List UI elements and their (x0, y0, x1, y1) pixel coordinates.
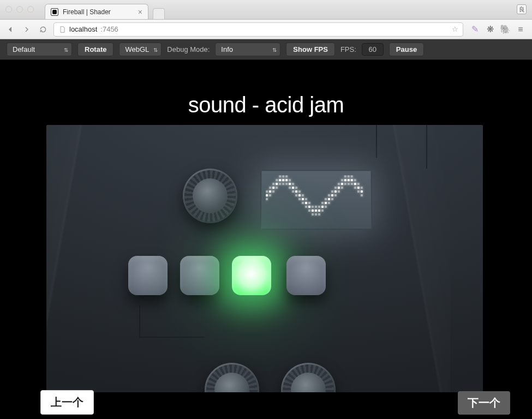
extension-icons: ✎ ❋ 🐘 ≡ (468, 25, 528, 34)
extension-atom-icon[interactable]: ❋ (485, 25, 495, 34)
drum-pad[interactable] (286, 256, 326, 295)
knob-control[interactable] (183, 169, 237, 223)
renderer-select-value: WebGL (125, 45, 149, 53)
debug-mode-label: Debug Mode: (167, 45, 210, 53)
preview-canvas: sound - acid jam 上一个 下一个 (0, 60, 532, 419)
debug-level-value: Info (221, 45, 233, 53)
file-icon (58, 25, 66, 34)
url-host: localhost (69, 25, 97, 33)
pause-button[interactable]: Pause (389, 43, 424, 56)
knob-control[interactable] (205, 363, 259, 392)
bookmark-star-icon[interactable]: ☆ (452, 25, 458, 33)
close-tab-icon[interactable]: × (138, 8, 142, 16)
tab-title: Fireball | Shader (63, 8, 111, 16)
wire-line (139, 305, 140, 338)
rotate-button[interactable]: Rotate (77, 43, 113, 56)
browser-tab[interactable]: Fireball | Shader × (45, 4, 148, 19)
dev-toolbar-wrap: Default ⇅ Rotate WebGL ⇅ Debug Mode: Inf… (0, 39, 532, 419)
arrow-left-icon (6, 25, 15, 34)
wire-line (139, 337, 205, 338)
new-tab-button[interactable] (153, 8, 165, 19)
dev-toolbar: Default ⇅ Rotate WebGL ⇅ Debug Mode: Inf… (0, 39, 532, 60)
fps-input[interactable] (362, 43, 384, 56)
forward-button[interactable] (21, 23, 33, 35)
reload-button[interactable] (37, 23, 49, 35)
url-port: :7456 (100, 25, 118, 33)
back-button[interactable] (4, 23, 16, 35)
rendered-scene (46, 125, 483, 392)
chevron-updown-icon: ⇅ (153, 46, 158, 52)
window-corner: 良 (511, 0, 532, 19)
extension-evernote-icon[interactable]: 🐘 (500, 25, 510, 34)
arrow-right-icon (22, 25, 31, 34)
debug-level-select[interactable]: Info ⇅ (215, 43, 280, 56)
renderer-select[interactable]: WebGL ⇅ (119, 43, 162, 56)
wire-line (376, 125, 377, 158)
prev-scene-button[interactable]: 上一个 (40, 390, 94, 415)
fps-label: FPS: (340, 45, 356, 53)
favicon-icon (51, 8, 58, 16)
zoom-window-dot[interactable] (27, 6, 34, 13)
waveform-display (260, 170, 373, 230)
scene-title: sound - acid jam (0, 93, 532, 117)
scene-select-value: Default (13, 45, 35, 53)
close-window-dot[interactable] (5, 6, 12, 13)
reload-icon (39, 25, 47, 34)
minimize-window-dot[interactable] (16, 6, 23, 13)
scene-select[interactable]: Default ⇅ (7, 43, 72, 56)
chevron-updown-icon: ⇅ (64, 46, 68, 52)
address-bar-row: localhost:7456 ☆ ✎ ❋ 🐘 ≡ (0, 20, 532, 39)
knob-control[interactable] (281, 363, 336, 392)
wire-line (426, 125, 427, 169)
extension-feather-icon[interactable]: ✎ (470, 25, 480, 34)
drum-pad[interactable] (128, 256, 168, 295)
chevron-updown-icon: ⇅ (272, 46, 277, 52)
show-fps-button[interactable]: Show FPS (286, 43, 335, 56)
drum-pad[interactable] (180, 256, 219, 295)
address-bar[interactable]: localhost:7456 ☆ (53, 22, 463, 37)
profile-badge[interactable]: 良 (517, 4, 527, 14)
chrome-menu-icon[interactable]: ≡ (516, 25, 525, 34)
tab-strip: Fireball | Shader × (45, 0, 165, 19)
traffic-lights (0, 0, 39, 19)
window-titlebar: Fireball | Shader × 良 (0, 0, 532, 20)
next-scene-button[interactable]: 下一个 (458, 391, 510, 415)
drum-pad-active[interactable] (232, 256, 271, 295)
